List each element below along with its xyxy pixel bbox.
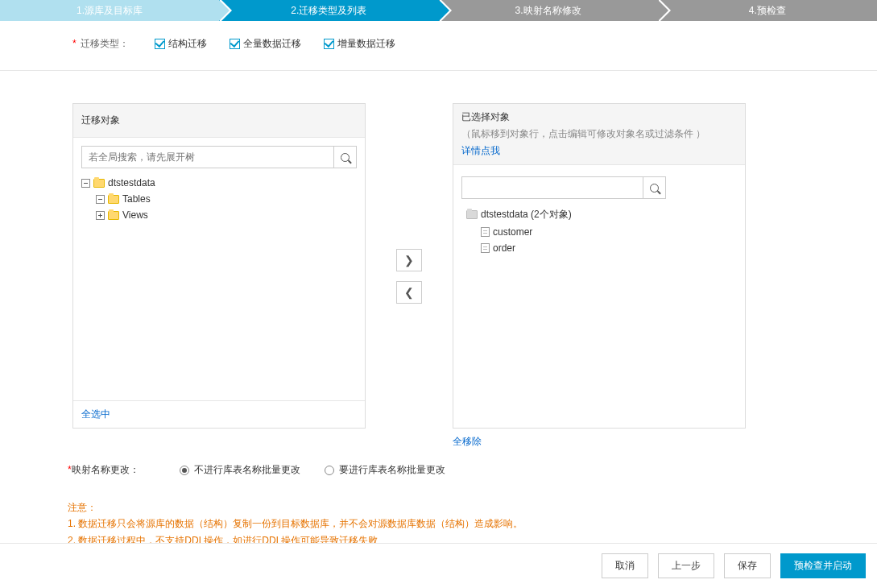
expand-icon[interactable] [96,195,105,204]
source-search [81,146,357,168]
checkbox-incremental[interactable]: 增量数据迁移 [324,37,395,51]
notes-title: 注意： [68,499,877,516]
tree-label: Views [122,209,148,221]
source-tree: dtstestdata Tables Views [81,175,357,223]
checkbox-label: 全量数据迁移 [243,37,301,51]
search-icon [341,153,350,162]
chevron-right-icon: ❯ [404,254,414,267]
selected-search-input[interactable] [462,177,643,198]
checkbox-icon [155,39,165,49]
remove-all-link[interactable]: 全移除 [453,435,746,449]
radio-icon [180,466,189,475]
tree-node-tables[interactable]: Tables [81,191,357,207]
selected-objects-panel: 已选择对象 （鼠标移到对象行，点击编辑可修改对象名或过滤条件 ） 详情点我 [453,103,746,429]
radio-label: 不进行库表名称批量更改 [194,463,300,477]
source-panel-title: 迁移对象 [81,114,120,127]
tree-label: customer [493,226,532,238]
tree-node-views[interactable]: Views [81,207,357,223]
tree-node-db[interactable]: dtstestdata (2个对象) [461,205,737,224]
cancel-button[interactable]: 取消 [602,553,648,578]
footer-actions: 取消 上一步 保存 预检查并启动 [0,543,877,588]
move-left-button[interactable]: ❮ [396,281,422,304]
precheck-start-button[interactable]: 预检查并启动 [780,553,866,578]
selected-search [461,176,666,199]
step-3[interactable]: 3.映射名称修改 [439,0,658,21]
prev-button[interactable]: 上一步 [658,553,714,578]
checkbox-structure[interactable]: 结构迁移 [155,37,207,51]
step-bar: 1.源库及目标库 2.迁移类型及列表 3.映射名称修改 4.预检查 [0,0,877,21]
move-right-button[interactable]: ❯ [396,249,422,271]
source-panel-header: 迁移对象 [73,104,365,138]
expand-icon[interactable] [81,179,90,188]
notes-section: 注意： 1. 数据迁移只会将源库的数据（结构）复制一份到目标数据库，并不会对源数… [0,477,877,549]
mapping-rename-options: 不进行库表名称批量更改 要进行库表名称批量更改 [180,463,445,477]
save-button[interactable]: 保存 [724,553,771,578]
checkbox-full[interactable]: 全量数据迁移 [230,37,301,51]
mapping-rename-row: *映射名称更改： 不进行库表名称批量更改 要进行库表名称批量更改 [0,449,877,477]
search-icon [650,184,659,193]
file-icon [481,227,490,237]
tree-label: order [493,242,515,254]
source-objects-panel: 迁移对象 dtstestdata [72,103,366,429]
radio-no-rename[interactable]: 不进行库表名称批量更改 [180,463,300,477]
select-all-link[interactable]: 全选中 [81,408,110,420]
selected-search-button[interactable] [643,177,665,198]
source-search-input[interactable] [82,147,333,168]
notes-line: 1. 数据迁移只会将源库的数据（结构）复制一份到目标数据库，并不会对源数据库数据… [68,516,877,532]
migration-type-row: * 迁移类型： 结构迁移 全量数据迁移 增量数据迁移 [0,21,877,71]
selected-panel-hint: （鼠标移到对象行，点击编辑可修改对象名或过滤条件 ） [461,127,705,141]
step-2[interactable]: 2.迁移类型及列表 [219,0,438,21]
checkbox-icon [324,39,334,49]
selected-tree: dtstestdata (2个对象) customer order [461,205,737,256]
transfer-buttons: ❯ ❮ [366,249,453,304]
selected-panel-header: 已选择对象 （鼠标移到对象行，点击编辑可修改对象名或过滤条件 ） 详情点我 [453,104,745,165]
folder-icon [108,195,119,204]
migration-type-options: 结构迁移 全量数据迁移 增量数据迁移 [155,37,395,51]
checkbox-label: 结构迁移 [168,37,207,51]
selected-panel-title: 已选择对象 [461,110,510,124]
tree-label: dtstestdata [108,177,155,188]
tree-node-customer[interactable]: customer [461,224,737,240]
tree-label: dtstestdata (2个对象) [481,208,572,222]
folder-icon [93,179,105,188]
folder-icon [466,210,478,219]
source-panel-footer: 全选中 [73,400,365,428]
expand-icon[interactable] [96,211,105,220]
checkbox-label: 增量数据迁移 [337,37,395,51]
tree-node-order[interactable]: order [461,240,737,256]
chevron-left-icon: ❮ [404,286,414,299]
step-1[interactable]: 1.源库及目标库 [0,0,219,21]
file-icon [481,243,490,253]
required-star: * [72,38,77,49]
selected-panel-more-link[interactable]: 详情点我 [461,144,500,158]
radio-icon [325,466,334,475]
source-search-button[interactable] [333,147,356,168]
tree-label: Tables [122,193,151,205]
tree-node-db[interactable]: dtstestdata [81,175,357,191]
migration-type-label: * 迁移类型： [72,37,132,51]
checkbox-icon [230,39,240,49]
step-4[interactable]: 4.预检查 [658,0,877,21]
radio-do-rename[interactable]: 要进行库表名称批量更改 [325,463,445,477]
folder-icon [108,211,119,220]
mapping-rename-label: *映射名称更改： [68,463,139,477]
radio-label: 要进行库表名称批量更改 [339,463,445,477]
